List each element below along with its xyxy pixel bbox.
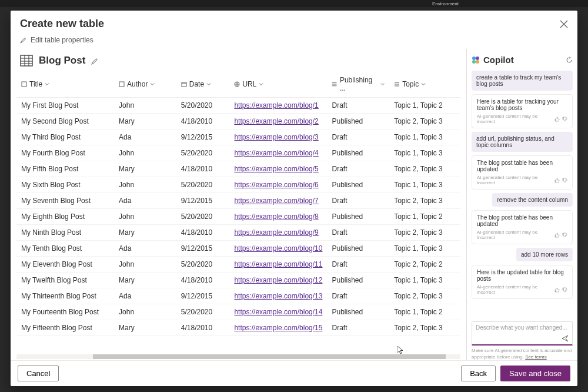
cell-date[interactable]: 5/20/2020 [176,209,230,225]
column-topic[interactable]: Topic [394,80,456,88]
thumbs-up-icon[interactable] [554,178,560,183]
cell-publishing[interactable]: Draft [327,193,389,209]
cell-date[interactable]: 5/20/2020 [176,304,230,320]
table-row[interactable]: My Twelfth Blog PostMary4/18/2010https:/… [16,273,460,288]
cell-url[interactable]: https://example.com/blog/13 [229,288,327,304]
cell-publishing[interactable]: Published [327,145,389,161]
cell-topic[interactable]: Topic 1, Topic 2 [389,98,460,114]
cell-url[interactable]: https://example.com/blog/7 [229,193,327,209]
cell-url[interactable]: https://example.com/blog/8 [229,209,327,225]
cell-date[interactable]: 4/18/2010 [176,114,230,129]
cell-author[interactable]: John [114,177,176,193]
cell-url[interactable]: https://example.com/blog/10 [229,241,327,257]
cell-url[interactable]: https://example.com/blog/15 [229,320,327,336]
table-row[interactable]: My Thirteenth Blog PostAda9/12/2015https… [16,288,460,304]
table-row[interactable]: My First Blog PostJohn5/20/2020https://e… [16,98,460,114]
copilot-chat[interactable]: create a table to track my team's blog p… [472,71,573,318]
cell-url[interactable]: https://example.com/blog/3 [229,129,327,145]
column-title[interactable]: Title [21,80,109,88]
cell-title[interactable]: My Tenth Blog Post [16,241,114,257]
cell-topic[interactable]: Topic 1, Topic 3 [389,273,460,288]
cell-publishing[interactable]: Published [327,304,389,320]
save-and-close-button[interactable]: Save and close [500,366,570,381]
refresh-icon[interactable] [566,57,573,64]
table-row[interactable]: My Seventh Blog PostAda9/12/2015https://… [16,193,460,209]
cell-date[interactable]: 5/20/2020 [176,98,230,114]
cell-title[interactable]: My Eleventh Blog Post [16,257,114,273]
cell-topic[interactable]: Topic 2, Topic 3 [389,161,460,177]
horizontal-scrollbar[interactable] [16,354,460,359]
copilot-input[interactable] [476,324,569,335]
cell-title[interactable]: My Fourteenth Blog Post [16,304,114,320]
cell-date[interactable]: 5/20/2020 [176,145,230,161]
cell-title[interactable]: My Fifth Blog Post [16,161,114,177]
cell-topic[interactable]: Topic 1, Topic 3 [389,129,460,145]
cell-topic[interactable]: Topic 1, Topic 3 [389,241,460,257]
cell-date[interactable]: 5/20/2020 [176,257,230,273]
cell-author[interactable]: John [114,209,176,225]
cell-topic[interactable]: Topic 2, Topic 3 [389,288,460,304]
cell-topic[interactable]: Topic 1, Topic 2 [389,304,460,320]
cell-publishing[interactable]: Published [327,273,389,288]
cell-title[interactable]: My Ninth Blog Post [16,225,114,241]
data-table-scroll[interactable]: Title Author [11,71,466,351]
cell-url[interactable]: https://example.com/blog/6 [229,177,327,193]
table-row[interactable]: My Ninth Blog PostMary4/18/2010https://e… [16,225,460,241]
column-publishing[interactable]: Publishing ... [332,76,385,92]
table-row[interactable]: My Eighth Blog PostJohn5/20/2020https://… [16,209,460,225]
cell-author[interactable]: Mary [114,273,176,288]
cell-topic[interactable]: Topic 2, Topic 3 [389,114,460,129]
cell-title[interactable]: My Sixth Blog Post [16,177,114,193]
cell-url[interactable]: https://example.com/blog/9 [229,225,327,241]
cell-title[interactable]: My Seventh Blog Post [16,193,114,209]
cell-date[interactable]: 4/18/2010 [176,161,230,177]
cell-date[interactable]: 4/18/2010 [176,320,230,336]
cell-date[interactable]: 5/20/2020 [176,177,230,193]
cell-topic[interactable]: Topic 2, Topic 2 [389,257,460,273]
cell-url[interactable]: https://example.com/blog/2 [229,114,327,129]
cell-publishing[interactable]: Draft [327,257,389,273]
scrollbar-thumb[interactable] [93,354,446,359]
back-button[interactable]: Back [461,366,496,381]
cell-publishing[interactable]: Draft [327,161,389,177]
table-row[interactable]: My Second Blog PostMary4/18/2010https://… [16,114,460,129]
cell-title[interactable]: My Eighth Blog Post [16,209,114,225]
edit-table-properties[interactable]: Edit table properties [11,35,577,49]
table-row[interactable]: My Eleventh Blog PostJohn5/20/2020https:… [16,257,460,273]
cell-topic[interactable]: Topic 2, Topic 3 [389,193,460,209]
thumbs-down-icon[interactable] [562,232,567,238]
cell-topic[interactable]: Topic 1, Topic 3 [389,145,460,161]
cell-url[interactable]: https://example.com/blog/5 [229,161,327,177]
cell-url[interactable]: https://example.com/blog/12 [229,273,327,288]
cell-topic[interactable]: Topic 2, Topic 3 [389,225,460,241]
cell-publishing[interactable]: Draft [327,98,389,114]
cell-publishing[interactable]: Draft [327,225,389,241]
cell-title[interactable]: My Thirteenth Blog Post [16,288,114,304]
cell-author[interactable]: Mary [114,225,176,241]
cell-author[interactable]: Ada [114,288,176,304]
thumbs-down-icon[interactable] [562,287,567,293]
cell-publishing[interactable]: Published [327,114,389,129]
see-terms-link[interactable]: See terms [525,354,546,360]
cell-publishing[interactable]: Draft [327,288,389,304]
cell-title[interactable]: My Fifteenth Blog Post [16,320,114,336]
column-date[interactable]: Date [181,80,225,88]
table-row[interactable]: My Tenth Blog PostAda9/12/2015https://ex… [16,241,460,257]
cell-author[interactable]: Ada [114,241,176,257]
cell-publishing[interactable]: Published [327,209,389,225]
cell-date[interactable]: 9/12/2015 [176,129,230,145]
table-row[interactable]: My Fifth Blog PostMary4/18/2010https://e… [16,161,460,177]
cell-url[interactable]: https://example.com/blog/4 [229,145,327,161]
thumbs-up-icon[interactable] [554,287,560,293]
cell-date[interactable]: 9/12/2015 [176,241,230,257]
table-row[interactable]: My Third Blog PostAda9/12/2015https://ex… [16,129,460,145]
cell-author[interactable]: John [114,304,176,320]
cell-publishing[interactable]: Draft [327,129,389,145]
column-url[interactable]: URL [234,80,322,88]
cell-url[interactable]: https://example.com/blog/1 [229,98,327,114]
cell-title[interactable]: My Second Blog Post [16,114,114,129]
cell-author[interactable]: Ada [114,193,176,209]
cell-topic[interactable]: Topic 1, Topic 3 [389,177,460,193]
table-row[interactable]: My Fifteenth Blog PostMary4/18/2010https… [16,320,460,336]
thumbs-down-icon[interactable] [562,178,567,183]
